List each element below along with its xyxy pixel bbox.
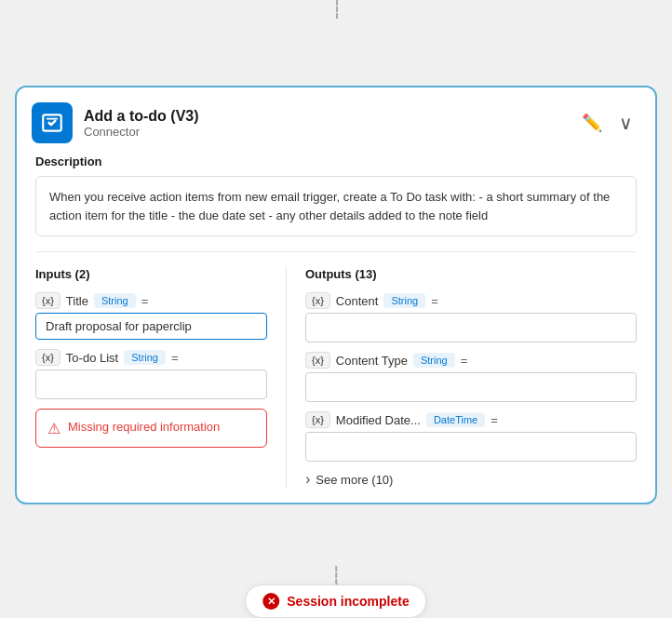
card-header-actions: ✏️ ∨	[578, 108, 637, 138]
content-field-name: Content	[336, 294, 379, 308]
see-more-button[interactable]: › See more (10)	[305, 471, 637, 488]
x-icon: ✕	[267, 596, 276, 608]
title-input[interactable]	[35, 313, 267, 340]
pencil-icon: ✏️	[582, 113, 602, 133]
card-header: Add a to-do (V3) Connector ✏️ ∨	[17, 87, 655, 154]
app-icon	[32, 102, 73, 143]
io-section: Inputs (2) {x} Title String = {x} To-	[35, 251, 637, 503]
todo-eq: =	[171, 351, 179, 365]
action-card: Add a to-do (V3) Connector ✏️ ∨ Descript…	[15, 86, 657, 504]
content-type-type-badge: String	[413, 353, 455, 368]
todo-field-name: To-do List	[66, 351, 118, 365]
todo-list-field-row: {x} To-do List String =	[35, 349, 267, 399]
content-var-badge: {x}	[305, 292, 330, 309]
modified-date-input[interactable]	[305, 432, 637, 462]
chevron-right-icon: ›	[305, 471, 310, 488]
inputs-header: Inputs (2)	[35, 267, 267, 281]
connector-line-top	[336, 0, 338, 19]
description-label: Description	[35, 154, 637, 168]
content-type-eq: =	[461, 354, 468, 368]
title-label-row: {x} Title String =	[35, 292, 267, 309]
warning-icon: ⚠	[47, 420, 60, 437]
todo-list-input[interactable]	[35, 369, 267, 399]
session-incomplete-badge: ✕ Session incomplete	[245, 584, 426, 618]
card-header-left: Add a to-do (V3) Connector	[32, 102, 199, 143]
bottom-area: ✕ Session incomplete	[245, 566, 426, 618]
title-eq: =	[141, 294, 149, 308]
content-type-label-row: {x} Content Type String =	[305, 352, 637, 369]
modified-date-eq: =	[491, 413, 498, 427]
content-type-field-name: Content Type	[336, 354, 408, 368]
modified-date-type-badge: DateTime	[426, 412, 485, 427]
session-label: Session incomplete	[287, 594, 409, 609]
title-var-badge: {x}	[35, 292, 60, 309]
chevron-down-icon: ∨	[619, 112, 633, 134]
content-label-row: {x} Content String =	[305, 292, 637, 309]
content-type-badge: String	[383, 293, 425, 308]
card-subtitle: Connector	[84, 125, 199, 139]
description-box: When you receive action items from new e…	[35, 176, 637, 236]
card-title-block: Add a to-do (V3) Connector	[84, 108, 199, 139]
content-type-var-badge: {x}	[305, 352, 330, 369]
todo-var-badge: {x}	[35, 349, 60, 366]
outputs-column: Outputs (13) {x} Content String = {x}	[287, 267, 637, 488]
edit-button[interactable]: ✏️	[578, 109, 606, 137]
content-eq: =	[431, 294, 438, 308]
title-field-name: Title	[66, 294, 88, 308]
see-more-label: See more (10)	[316, 473, 393, 487]
todo-label-row: {x} To-do List String =	[35, 349, 267, 366]
modified-date-field-row: {x} Modified Date... DateTime =	[305, 411, 637, 462]
content-field-row: {x} Content String =	[305, 292, 637, 343]
page-wrapper: Add a to-do (V3) Connector ✏️ ∨ Descript…	[0, 0, 672, 618]
modified-date-var-badge: {x}	[305, 411, 330, 428]
modified-date-field-name: Modified Date...	[336, 413, 421, 427]
missing-info-error: ⚠ Missing required information	[35, 409, 267, 448]
modified-date-label-row: {x} Modified Date... DateTime =	[305, 411, 637, 428]
todo-type-badge: String	[124, 350, 166, 365]
description-section: Description When you receive action item…	[17, 154, 655, 251]
connector-line-bottom	[335, 566, 337, 584]
expand-button[interactable]: ∨	[615, 108, 637, 138]
error-message: Missing required information	[68, 419, 220, 436]
content-type-field-row: {x} Content Type String =	[305, 352, 637, 402]
card-title: Add a to-do (V3)	[84, 108, 199, 125]
session-error-icon: ✕	[262, 593, 279, 610]
inputs-column: Inputs (2) {x} Title String = {x} To-	[35, 267, 287, 488]
content-input[interactable]	[305, 313, 637, 343]
content-type-input[interactable]	[305, 372, 637, 402]
outputs-header: Outputs (13)	[305, 267, 637, 281]
title-field-row: {x} Title String =	[35, 292, 267, 340]
title-type-badge: String	[94, 293, 136, 308]
